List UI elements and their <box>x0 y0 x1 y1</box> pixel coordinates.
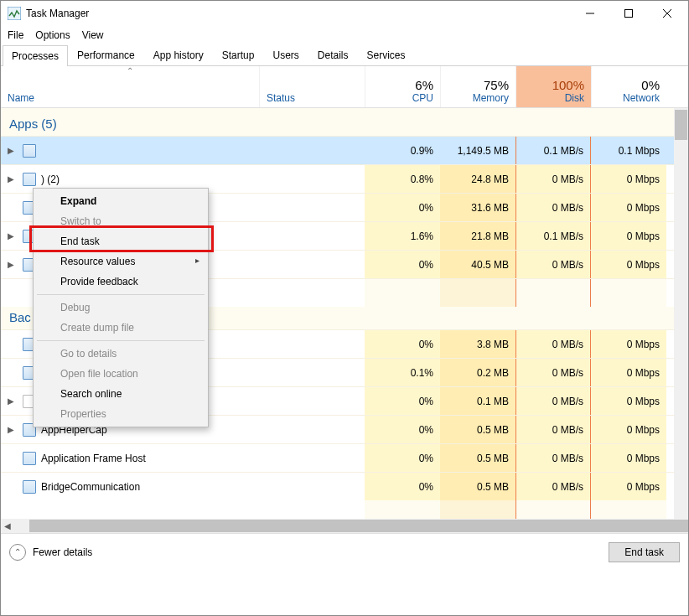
horizontal-scrollbar[interactable]: ◀ <box>1 519 688 533</box>
window-title: Task Manager <box>26 8 89 19</box>
col-network[interactable]: 0% Network <box>591 66 666 107</box>
titlebar: Task Manager <box>1 1 688 26</box>
col-disk[interactable]: 100% Disk <box>515 66 591 107</box>
expand-icon[interactable]: ▶ <box>8 146 18 155</box>
ctx-expand[interactable]: Expand <box>35 191 206 211</box>
ctx-switch-to: Switch to <box>35 211 206 231</box>
scroll-thumb[interactable] <box>29 520 688 532</box>
ctx-separator <box>37 340 205 341</box>
expand-icon[interactable]: ▶ <box>8 425 18 434</box>
expand-icon[interactable]: ▶ <box>8 396 18 406</box>
chevron-up-icon: ⌃ <box>9 544 26 561</box>
process-icon <box>23 144 36 158</box>
menubar: File Options View <box>1 26 688 44</box>
cell-mem: 1,149.5 MB <box>440 137 515 164</box>
ctx-properties: Properties <box>35 404 206 424</box>
cell-net: 0.1 Mbps <box>591 137 666 164</box>
table-row[interactable]: ▶ 0.9% 1,149.5 MB 0.1 MB/s 0.1 Mbps <box>1 136 688 164</box>
process-icon <box>23 480 36 494</box>
col-status-label: Status <box>267 92 358 104</box>
col-disk-pct: 100% <box>552 78 584 92</box>
col-name-label: Name <box>8 92 252 104</box>
fewer-details-toggle[interactable]: ⌃ Fewer details <box>9 544 602 561</box>
ctx-provide-feedback[interactable]: Provide feedback <box>35 272 206 292</box>
svg-rect-2 <box>625 10 633 18</box>
ctx-open-file-location: Open file location <box>35 364 206 384</box>
sort-caret-icon: ⌃ <box>127 66 133 75</box>
task-manager-icon <box>8 7 21 20</box>
ctx-search-online[interactable]: Search online <box>35 384 206 404</box>
tab-processes[interactable]: Processes <box>3 45 68 66</box>
close-button[interactable] <box>648 1 686 26</box>
col-cpu-label: CPU <box>412 92 433 104</box>
scroll-thumb[interactable] <box>675 110 687 140</box>
process-name: ) (2) <box>41 173 60 185</box>
cell-cpu: 0.9% <box>365 137 440 164</box>
ctx-end-task[interactable]: End task <box>35 231 206 251</box>
menu-file[interactable]: File <box>8 29 23 41</box>
fewer-details-label: Fewer details <box>33 546 92 558</box>
tab-details[interactable]: Details <box>308 44 358 65</box>
minimize-button[interactable] <box>571 1 609 26</box>
col-mem-pct: 75% <box>484 78 509 92</box>
column-headers: ⌃ Name Status 6% CPU 75% Memory 100% Dis… <box>1 66 688 108</box>
tab-app-history[interactable]: App history <box>144 44 213 65</box>
col-name[interactable]: ⌃ Name <box>1 66 259 107</box>
col-disk-label: Disk <box>565 92 584 104</box>
tab-startup[interactable]: Startup <box>213 44 264 65</box>
table-row[interactable]: Application Frame Host 0% 0.5 MB 0 MB/s … <box>1 443 688 472</box>
ctx-go-to-details: Go to details <box>35 344 206 364</box>
tab-performance[interactable]: Performance <box>68 44 144 65</box>
col-net-label: Network <box>623 92 660 104</box>
col-status[interactable]: Status <box>259 66 365 107</box>
col-memory[interactable]: 75% Memory <box>440 66 515 107</box>
table-row[interactable]: BridgeCommunication 0% 0.5 MB 0 MB/s 0 M… <box>1 472 688 500</box>
tabstrip: Processes Performance App history Startu… <box>1 44 688 66</box>
expand-icon[interactable]: ▶ <box>8 231 18 241</box>
cell-disk: 0.1 MB/s <box>515 137 591 164</box>
ctx-separator <box>37 294 205 295</box>
expand-icon[interactable]: ▶ <box>8 174 18 184</box>
menu-view[interactable]: View <box>82 29 104 41</box>
process-name: Application Frame Host <box>41 453 146 464</box>
col-cpu[interactable]: 6% CPU <box>365 66 440 107</box>
col-mem-label: Memory <box>473 92 509 104</box>
group-apps-header[interactable]: Apps (5) <box>1 108 688 136</box>
ctx-create-dump: Create dump file <box>35 318 206 338</box>
context-menu: Expand Switch to End task Resource value… <box>33 188 209 427</box>
tab-users[interactable]: Users <box>263 44 308 65</box>
ctx-resource-values[interactable]: Resource values <box>35 251 206 272</box>
scroll-left-icon[interactable]: ◀ <box>1 521 15 531</box>
menu-options[interactable]: Options <box>35 29 70 41</box>
tab-services[interactable]: Services <box>358 44 415 65</box>
col-cpu-pct: 6% <box>415 78 433 92</box>
process-icon <box>23 173 36 186</box>
col-net-pct: 0% <box>641 78 660 92</box>
process-name: BridgeCommunication <box>41 481 140 493</box>
maximize-button[interactable] <box>609 1 648 26</box>
expand-icon[interactable]: ▶ <box>8 260 18 269</box>
vertical-scrollbar[interactable] <box>674 108 688 519</box>
end-task-button[interactable]: End task <box>609 542 680 562</box>
footer: ⌃ Fewer details End task <box>1 533 688 570</box>
process-icon <box>23 452 36 465</box>
ctx-debug: Debug <box>35 298 206 318</box>
